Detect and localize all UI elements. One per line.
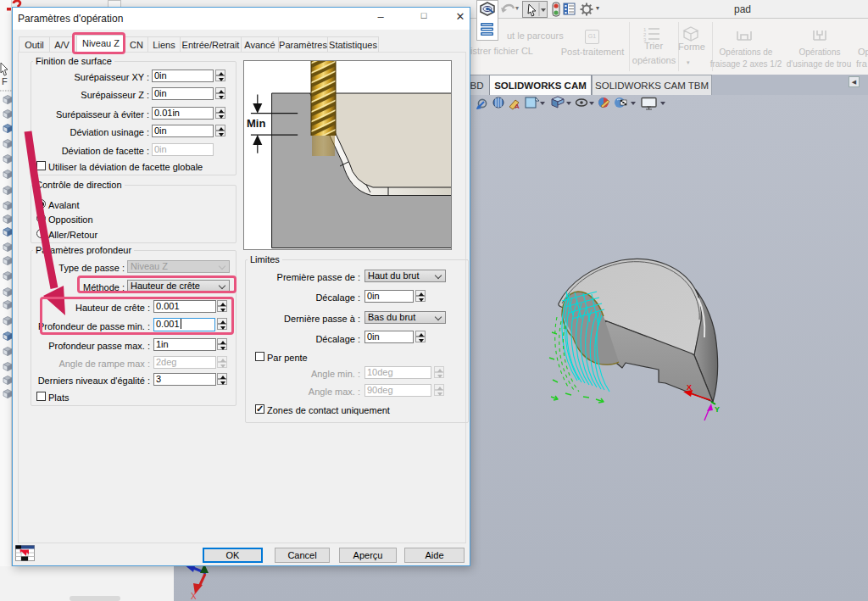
svg-text:Y: Y bbox=[715, 405, 720, 414]
svg-text:A: A bbox=[515, 103, 520, 110]
svg-text:X: X bbox=[191, 592, 197, 601]
svg-text:Min: Min bbox=[247, 117, 265, 130]
svg-text:X: X bbox=[687, 383, 692, 392]
